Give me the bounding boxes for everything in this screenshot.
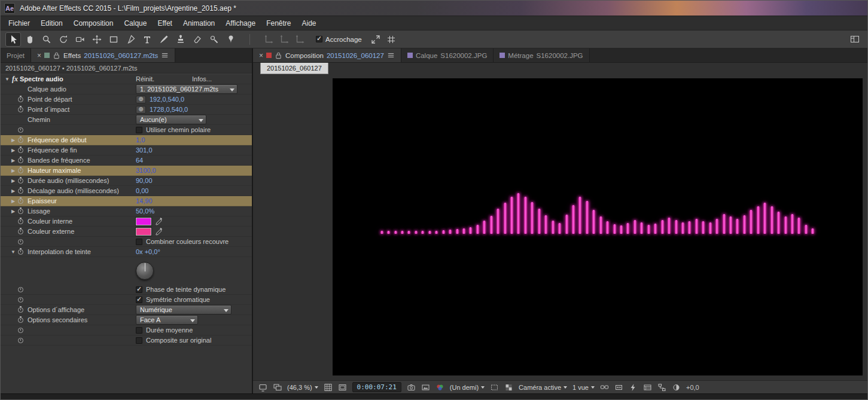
effect-row-calque-audio[interactable]: Calque audio1. 20151026_060127.m2ts (1, 84, 252, 94)
hand-tool[interactable] (22, 32, 38, 47)
menu-fenetre[interactable]: Fenêtre (261, 16, 296, 30)
effect-row-duree-moyenne[interactable]: Durée moyenne (1, 325, 252, 335)
combiner-couleurs-recouvre-checkbox[interactable] (136, 239, 142, 245)
point-value[interactable]: 192,0,540,0 (150, 96, 184, 103)
twirl-icon[interactable]: ▶ (10, 209, 16, 214)
menu-calque[interactable]: Calque (118, 16, 152, 30)
utiliser-chemin-polaire-checkbox[interactable] (136, 127, 142, 133)
puppet-pin-tool[interactable] (223, 32, 239, 47)
zoom-level-dropdown[interactable]: (46,3 %) (287, 384, 318, 391)
snap-checkbox[interactable] (316, 36, 322, 42)
axis-mode-view-icon[interactable] (292, 32, 307, 47)
effect-row-utiliser-chemin-polaire[interactable]: Utiliser chemin polaire (1, 125, 252, 135)
resolution-dropdown[interactable]: (Un demi) (450, 384, 485, 391)
point-value[interactable]: 1728,0,540,0 (150, 106, 188, 113)
about-button[interactable]: Infos... (192, 75, 212, 83)
couleur-interne-swatch[interactable] (136, 218, 151, 225)
axis-mode-world-icon[interactable] (276, 32, 292, 47)
property-value[interactable]: 50,0% (136, 207, 154, 215)
effect-row-composite-sur-original[interactable]: Composite sur original (1, 335, 252, 346)
brush-tool[interactable] (156, 32, 172, 47)
camera-tool[interactable] (72, 32, 88, 47)
safe-margins-icon[interactable] (338, 383, 347, 392)
twirl-icon[interactable]: ▼ (4, 77, 10, 82)
panel-menu-icon[interactable] (387, 51, 395, 59)
stopwatch-icon[interactable] (18, 209, 23, 214)
stopwatch-icon[interactable] (18, 317, 23, 323)
axis-mode-local-icon[interactable] (261, 32, 276, 47)
chemin-dropdown[interactable]: Aucun(e) (136, 115, 206, 124)
effect-row-duree-audio-millisecondes[interactable]: ▶Durée audio (millisecondes)90,00 (1, 176, 252, 186)
hue-rotation-dial[interactable] (136, 262, 154, 280)
phase-de-teinte-dynamique-checkbox[interactable] (136, 286, 142, 293)
menu-animation[interactable]: Animation (178, 16, 220, 30)
menu-effet[interactable]: Effet (152, 16, 177, 30)
effect-row-point-de-depart[interactable]: Point de départ⊕192,0,540,0 (1, 94, 252, 105)
selection-tool[interactable] (5, 32, 21, 47)
effect-row-options-d-affichage[interactable]: Options d´affichageNumérique (1, 305, 252, 315)
effect-row-interpolation-de-teinte[interactable]: ▼Interpolation de teinte0x +0,0° (1, 247, 252, 257)
active-camera-dropdown[interactable]: Caméra active (519, 384, 567, 391)
effect-row-chemin[interactable]: CheminAucun(e) (1, 115, 252, 125)
effect-header-row[interactable]: ▼ fx Spectre audio Réinit. Infos... (1, 74, 252, 84)
exposure-value[interactable]: +0,0 (686, 384, 699, 391)
composite-sur-original-checkbox[interactable] (136, 337, 142, 344)
twirl-icon[interactable]: ▶ (10, 148, 16, 153)
effect-row-bandes-de-frequence[interactable]: ▶Bandes de fréquence64 (1, 155, 252, 166)
reset-exposure-icon[interactable] (672, 383, 681, 392)
effect-row-hauteur-maximale[interactable]: ▶Hauteur maximale3100,0 (1, 166, 252, 176)
rotate-tool[interactable] (56, 32, 71, 47)
close-icon[interactable]: × (37, 51, 41, 60)
tab-effect-controls[interactable]: × Effets 20151026_060127.m2ts (31, 48, 175, 62)
pixel-aspect-icon[interactable] (614, 383, 623, 392)
twirl-icon[interactable]: ▶ (10, 158, 16, 163)
stopwatch-icon[interactable] (18, 168, 23, 173)
pan-behind-tool[interactable] (89, 32, 105, 47)
grid-guides-icon[interactable] (324, 383, 333, 392)
snapshot-camera-icon[interactable] (407, 383, 416, 392)
composition-frame[interactable] (333, 78, 863, 375)
menu-fichier[interactable]: Fichier (3, 16, 35, 30)
show-snapshot-icon[interactable] (421, 383, 430, 392)
timeline-button-icon[interactable] (643, 383, 652, 392)
point-target-icon[interactable]: ⊕ (136, 96, 146, 103)
stopwatch-icon[interactable] (18, 307, 23, 313)
effect-row-couleur-interne[interactable]: Couleur interne (1, 216, 252, 227)
stopwatch-icon[interactable] (18, 239, 23, 245)
effect-row-options-secondaires[interactable]: Options secondairesFace A (1, 315, 252, 325)
always-preview-icon[interactable] (258, 383, 267, 392)
stopwatch-icon[interactable] (18, 229, 23, 234)
main-monitor-icon[interactable] (273, 383, 282, 392)
eyedropper-icon[interactable] (155, 217, 163, 225)
text-tool[interactable] (139, 32, 155, 47)
property-value[interactable]: 0,00 (136, 187, 148, 194)
twirl-icon[interactable]: ▶ (10, 168, 16, 173)
current-time[interactable]: 0:00:07:21 (352, 382, 401, 392)
pen-tool[interactable] (123, 32, 138, 47)
effect-row-frequence-de-fin[interactable]: ▶Fréquence de fin301,0 (1, 145, 252, 155)
viewer-comp-tab[interactable]: 20151026_060127 (260, 63, 328, 74)
point-target-icon[interactable]: ⊕ (136, 106, 146, 114)
property-value[interactable]: 1,0 (136, 136, 145, 143)
twirl-icon[interactable]: ▶ (10, 178, 16, 184)
twirl-icon[interactable]: ▼ (10, 249, 16, 255)
menu-affichage[interactable]: Affichage (220, 16, 261, 30)
property-value[interactable]: 64 (136, 157, 143, 164)
menu-aide[interactable]: Aide (296, 16, 321, 30)
stopwatch-icon[interactable] (18, 158, 23, 163)
eyedropper-icon[interactable] (155, 227, 163, 236)
effect-row-phase-de-teinte-dynamique[interactable]: Phase de teinte dynamique (1, 285, 252, 295)
stopwatch-icon[interactable] (18, 148, 23, 153)
stopwatch-icon[interactable] (18, 138, 23, 143)
twirl-icon[interactable]: ▶ (10, 199, 16, 204)
zoom-tool[interactable] (39, 32, 54, 47)
effect-row-dial[interactable] (1, 257, 252, 285)
transparency-grid-icon[interactable] (504, 383, 513, 392)
stopwatch-icon[interactable] (18, 338, 23, 343)
options-secondaires-dropdown[interactable]: Face A (136, 315, 198, 325)
workspace-icon[interactable] (847, 32, 863, 47)
lock-icon[interactable] (275, 51, 282, 59)
symetrie-chromatique-checkbox[interactable] (136, 297, 142, 303)
calque-audio-dropdown[interactable]: 1. 20151026_060127.m2ts (136, 84, 237, 94)
menu-edition[interactable]: Edition (35, 16, 68, 30)
